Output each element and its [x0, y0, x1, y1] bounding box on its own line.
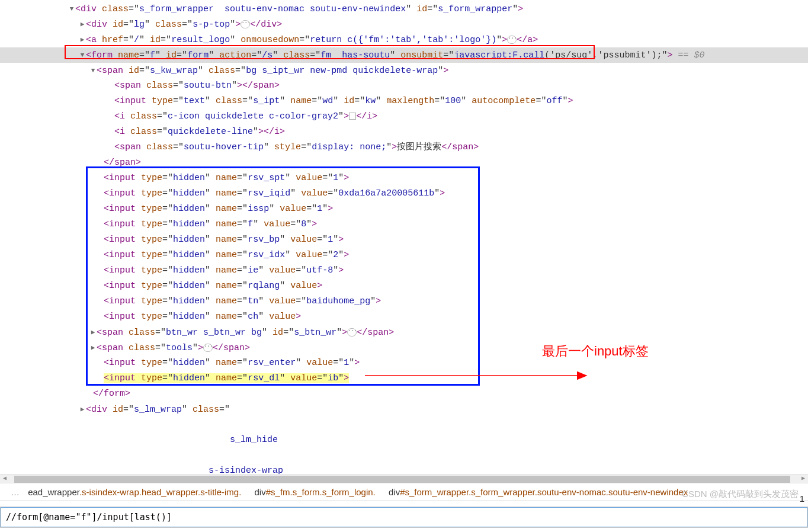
expand-arrow-icon[interactable] — [79, 17, 86, 32]
dom-tree-line[interactable]: <input type="hidden" name="f" value="8"> — [0, 217, 808, 232]
dom-tree-line[interactable]: <input type="hidden" name="rsv_idx" valu… — [0, 248, 808, 263]
expand-arrow-icon[interactable] — [68, 1, 75, 17]
scroll-thumb[interactable] — [14, 476, 790, 483]
annotation-label: 最后一个input标签 — [542, 342, 649, 360]
dom-tree-line[interactable]: <span class="soutu-hover-tip" style="dis… — [0, 140, 808, 155]
expand-arrow-icon[interactable] — [89, 63, 97, 78]
dom-tree-line[interactable]: <div id="s_lm_wrap" class=" — [0, 402, 808, 417]
dom-tree-line[interactable]: s_lm_hide — [0, 432, 808, 448]
xpath-search-row — [0, 507, 808, 528]
dom-tree-line[interactable]: <i class="c-icon quickdelete c-color-gra… — [0, 109, 808, 124]
dom-tree-line[interactable]: <span class="tools"></span> — [0, 340, 808, 355]
dom-tree-line[interactable]: <input type="hidden" name="ch" value> — [0, 309, 808, 325]
dom-tree-line[interactable]: <input type="hidden" name="tn" value="ba… — [0, 294, 808, 309]
dom-tree-line[interactable]: </span> — [0, 155, 808, 171]
dom-tree-line[interactable]: <input type="hidden" name="rqlang" value… — [0, 278, 808, 294]
dom-tree-line[interactable]: s-isindex-wrap — [0, 463, 808, 474]
scroll-right-icon[interactable]: ▶ — [799, 475, 808, 483]
dom-tree-line[interactable]: <input type="hidden" name="rsv_spt" valu… — [0, 171, 808, 186]
expand-arrow-icon[interactable] — [89, 340, 97, 355]
dom-tree-line[interactable]: <input type="hidden" name="rsv_enter" va… — [0, 355, 808, 371]
breadcrumb-segment[interactable]: div#s_fm.s_form.s_form_login. — [255, 487, 376, 497]
expand-arrow-icon[interactable] — [79, 47, 86, 63]
dom-tree-line[interactable]: <span class="btn_wr s_btn_wr bg" id="s_b… — [0, 325, 808, 340]
dom-tree-line[interactable]: <input type="hidden" name="rsv_dl" value… — [0, 371, 808, 386]
breadcrumb-segment[interactable]: ead_wrapper.s-isindex-wrap.head_wrapper.… — [28, 487, 241, 497]
expand-arrow-icon[interactable] — [89, 325, 97, 340]
dom-tree-line[interactable] — [0, 448, 808, 463]
dom-tree-line[interactable]: <input type="hidden" name="rsv_bp" value… — [0, 232, 808, 248]
breadcrumb-segment[interactable]: div#s_form_wrapper.s_form_wrapper.soutu-… — [389, 487, 688, 497]
dom-tree-line[interactable]: <input type="hidden" name="rsv_iqid" val… — [0, 186, 808, 201]
dom-tree-line[interactable]: <div class="s_form_wrapper soutu-env-nom… — [0, 1, 808, 17]
horizontal-scrollbar[interactable]: ◀ ▶ — [0, 474, 808, 483]
expand-arrow-icon[interactable] — [79, 32, 86, 47]
devtools-viewport: … <div class="s_form_wrapper soutu-env-n… — [0, 0, 808, 532]
expand-arrow-icon[interactable] — [79, 402, 86, 417]
dom-tree-line[interactable]: <span class="soutu-btn"></span> — [0, 78, 808, 94]
dom-tree-line[interactable]: <form name="f" id="form" action="/s" cla… — [0, 47, 808, 63]
dom-tree-line[interactable] — [0, 417, 808, 432]
watermark-text: CSDN @敲代码敲到头发茂密 — [682, 489, 799, 500]
scroll-left-icon[interactable]: ◀ — [0, 475, 9, 483]
dom-tree-line[interactable]: <span id="s_kw_wrap" class="bg s_ipt_wr … — [0, 63, 808, 78]
dom-tree-line[interactable]: <a href="/" id="result_logo" onmousedown… — [0, 32, 808, 47]
dom-tree-line[interactable]: <div id="lg" class="s-p-top"></div> — [0, 17, 808, 32]
dom-tree-line[interactable]: <input type="text" class="s_ipt" name="w… — [0, 94, 808, 109]
dom-tree-line[interactable]: <input type="hidden" name="issp" value="… — [0, 201, 808, 217]
page-number: 1 — [800, 493, 804, 504]
breadcrumb-overflow-icon[interactable]: … — [11, 487, 20, 497]
elements-panel[interactable]: … <div class="s_form_wrapper soutu-env-n… — [0, 0, 808, 474]
dom-tree-line[interactable]: </form> — [0, 386, 808, 402]
xpath-input[interactable] — [1, 507, 807, 527]
dom-tree-line[interactable]: <i class="quickdelete-line"></i> — [0, 124, 808, 140]
dom-tree-line[interactable]: <input type="hidden" name="ie" value="ut… — [0, 263, 808, 278]
